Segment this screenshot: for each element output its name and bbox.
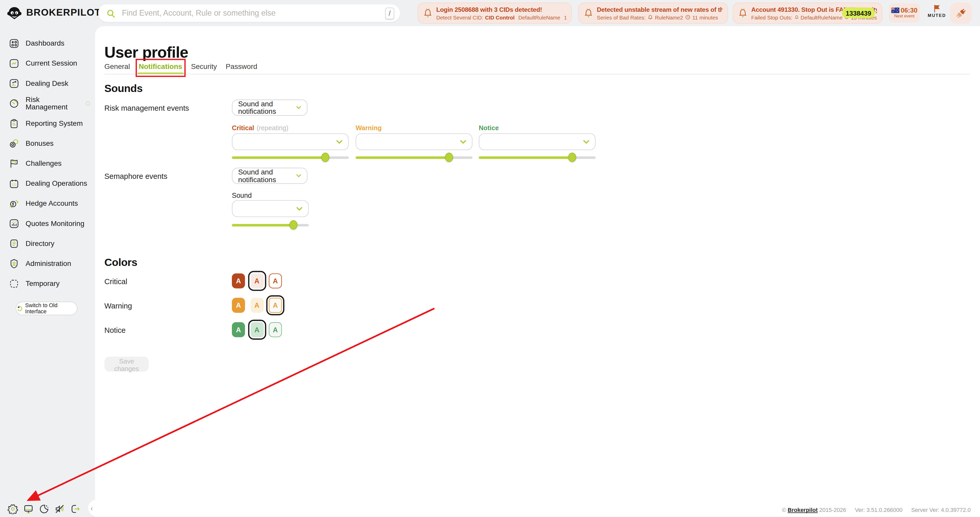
hedge-accounts-icon [9, 198, 19, 209]
tab-general[interactable]: General [104, 62, 130, 70]
sidebar-item-administration[interactable]: Administration [0, 254, 95, 273]
rule-name: RuleName2 [655, 14, 683, 20]
sidebar-item-label: Administration [25, 260, 71, 267]
warning-sound-select[interactable] [355, 133, 473, 150]
color-swatch-solid[interactable]: A [232, 273, 245, 289]
connection-button[interactable] [950, 3, 972, 24]
search-input[interactable] [121, 8, 385, 18]
color-swatch-light[interactable]: A [250, 298, 263, 313]
counter-badge[interactable]: 1338439 [842, 8, 875, 18]
notice-volume-slider[interactable] [479, 153, 596, 162]
slider-handle[interactable] [568, 153, 576, 162]
toast-title: Login 2508688 with 3 CIDs detected! [436, 6, 566, 13]
semaphore-sound-select[interactable] [232, 200, 309, 217]
color-swatch-solid[interactable]: A [232, 298, 245, 313]
tab-notifications[interactable]: Notifications [139, 62, 182, 70]
dealing-desk-icon [9, 78, 19, 89]
toast-details: Detect Several CID: CID Control DefaultR… [436, 14, 566, 20]
semaphore-events-label: Semaphore events [104, 172, 167, 181]
critical-color-label: Critical [104, 277, 127, 286]
chevron-down-icon [296, 207, 302, 211]
notice-color-label: Notice [104, 326, 126, 335]
bonuses-icon [9, 138, 19, 148]
dark-mode-moon-icon[interactable] [39, 504, 49, 514]
plug-icon [955, 7, 967, 19]
semaphore-volume-slider[interactable] [232, 220, 309, 230]
slider-handle[interactable] [289, 220, 298, 230]
color-swatch-light[interactable]: A [250, 273, 263, 289]
rule-bell-icon [794, 14, 799, 20]
sidebar-item-dealing-operations[interactable]: Dealing Operations [0, 173, 95, 193]
client-version: Ver: 3.51.0.266000 [855, 507, 902, 513]
tab-security[interactable]: Security [191, 62, 217, 70]
risk-events-select[interactable]: Sound and notifications [232, 99, 307, 115]
rule-name: DefaultRuleName [518, 14, 560, 20]
main-content: User profile General Notifications Secur… [95, 26, 980, 517]
critical-volume-slider[interactable] [232, 153, 349, 162]
directory-icon [9, 238, 19, 249]
sidebar-item-hedge-accounts[interactable]: Hedge Accounts [0, 193, 95, 214]
notification-toast[interactable]: Account 491330. Stop Out is FAILED, equi… [732, 3, 883, 24]
sidebar-item-label: Hedge Accounts [25, 199, 78, 207]
notification-toast[interactable]: Detected unstable stream of new rates of… [578, 3, 728, 24]
risk-management-events-label: Risk management events [104, 104, 189, 112]
slider-handle[interactable] [445, 153, 453, 162]
warning-color-label: Warning [104, 302, 132, 310]
search-icon [106, 8, 116, 18]
tab-password[interactable]: Password [226, 62, 257, 70]
settings-gear-icon[interactable] [8, 504, 18, 514]
sidebar-item-dealing-desk[interactable]: Dealing Desk [0, 73, 95, 93]
sounds-heading: Sounds [104, 83, 143, 95]
annotation-rectangle [136, 59, 185, 77]
sidebar-item-risk-management[interactable]: Risk Management [0, 93, 95, 113]
toast-age: 11 minutes [564, 14, 566, 20]
color-swatch-outline[interactable]: A [269, 322, 282, 337]
display-icon[interactable] [23, 504, 34, 514]
notice-sound-select[interactable] [479, 133, 596, 150]
color-swatch-outline[interactable]: A [269, 298, 282, 313]
chevron-down-icon [336, 140, 342, 144]
muted-toggle[interactable]: MUTED [926, 4, 948, 18]
notification-toast[interactable]: Login 2508688 with 3 CIDs detected! Dete… [417, 3, 572, 24]
chevron-down-icon [583, 140, 589, 144]
notice-level-label: Notice [479, 124, 499, 131]
sidebar-item-reporting-system[interactable]: Reporting System [0, 113, 95, 133]
profile-tabs: General Notifications Security Password [104, 59, 257, 74]
sidebar-item-label: Risk Management [25, 96, 80, 111]
next-event-widget[interactable]: 06:30 Next event [889, 3, 920, 22]
sidebar-item-dashboards[interactable]: Dashboards [0, 33, 95, 53]
muted-flag-icon [932, 4, 942, 13]
save-changes-button[interactable]: Save changes [104, 357, 149, 372]
sidebar-item-current-session[interactable]: Current Session [0, 53, 95, 73]
footer-brand-link[interactable]: Brokerpilot [788, 507, 818, 513]
dealing-operations-icon [9, 178, 19, 189]
sidebar-item-temporary[interactable]: Temporary [0, 273, 95, 294]
rule-bell-icon [648, 14, 653, 20]
brokerpilot-app: BROKERPILOT / Login 2508688 with 3 CIDs … [0, 0, 980, 517]
color-swatch-outline[interactable]: A [269, 273, 282, 289]
sidebar-item-directory[interactable]: Directory [0, 233, 95, 254]
sidebar-item-bonuses[interactable]: Bonuses [0, 133, 95, 153]
critical-sound-select[interactable] [232, 133, 349, 150]
critical-level-label: Critical(repeating) [232, 124, 288, 131]
slash-shortcut-key: / [385, 7, 395, 19]
quotes-monitoring-icon [9, 218, 19, 229]
color-swatch-light[interactable]: A [250, 322, 263, 337]
sidebar-item-label: Challenges [25, 160, 62, 167]
administration-icon [9, 258, 19, 269]
sidebar-item-label: Bonuses [25, 140, 54, 147]
sidebar-item-challenges[interactable]: Challenges [0, 153, 95, 173]
muted-label: MUTED [928, 14, 946, 18]
color-swatch-solid[interactable]: A [232, 322, 245, 337]
slider-handle[interactable] [321, 153, 329, 162]
sidebar-item-quotes-monitoring[interactable]: Quotes Monitoring [0, 214, 95, 233]
bell-icon [738, 8, 748, 19]
warning-volume-slider[interactable] [355, 153, 473, 162]
switch-old-interface-button[interactable]: Switch to Old Interface [16, 302, 78, 315]
sound-muted-icon[interactable] [54, 504, 65, 514]
semaphore-events-select[interactable]: Sound and notifications [232, 168, 307, 184]
global-search: / [98, 4, 400, 22]
page-title: User profile [104, 43, 188, 61]
brand-logo[interactable]: BROKERPILOT [6, 5, 101, 20]
logout-icon[interactable] [70, 504, 81, 514]
